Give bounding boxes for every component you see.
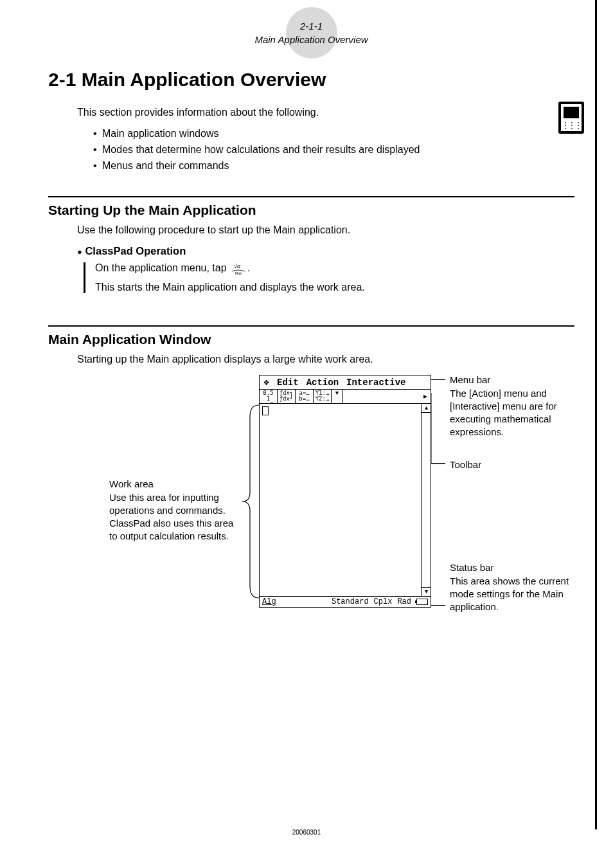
procedure-line2: This starts the Main application and dis… (95, 282, 574, 293)
scroll-up-icon[interactable]: ▴ (422, 404, 431, 413)
menu-edit[interactable]: Edit (275, 377, 301, 388)
main-app-icon: √αMain (229, 262, 247, 275)
tb-btn-dropdown-icon[interactable]: ▼ (332, 390, 343, 403)
intro-text: This section provides information about … (77, 107, 574, 118)
callout-title: Menu bar (450, 374, 588, 386)
status-standard[interactable]: Standard (332, 597, 369, 606)
scroll-track[interactable] (422, 413, 431, 587)
sub-head-label: ClassPad Operation (85, 245, 186, 257)
section-rule (48, 325, 574, 327)
callout-work-area: Work area Use this area for inputting op… (109, 478, 241, 543)
tb-btn-decimal[interactable]: 0.5 1 ←►2 (260, 390, 278, 403)
page-header-title: Main Application Overview (228, 33, 395, 46)
tb-btn-assign[interactable]: a=… b=… (296, 390, 314, 403)
left-brace (241, 404, 260, 600)
callout-body: The [Action] menu and [Interactive] menu… (450, 387, 588, 439)
leader-status-line (431, 566, 447, 606)
callout-toolbar: Toolbar (450, 458, 578, 471)
status-rad[interactable]: Rad (397, 597, 411, 606)
classpad-operation-head: ● ClassPad Operation (77, 245, 574, 257)
menu-action[interactable]: Action (305, 377, 341, 388)
section-rule (48, 196, 574, 197)
callout-title: Status bar (450, 561, 591, 574)
status-cplx[interactable]: Cplx (374, 597, 393, 606)
calc-work-area[interactable]: ▴ ▾ (260, 404, 431, 597)
section2-body: Starting up the Main application display… (77, 354, 574, 365)
calc-toolbar: 0.5 1 ←►2 ƒdx┐ ƒdx┘ a=… b=… Y1:… Y2:… ▼ … (260, 390, 431, 404)
status-alg[interactable]: Alg (262, 597, 276, 606)
h1-title: 2-1 Main Application Overview (48, 69, 574, 91)
menu-interactive[interactable]: Interactive (344, 377, 407, 388)
calc-scrollbar[interactable]: ▴ ▾ (422, 404, 431, 596)
svg-text:√α: √α (234, 263, 241, 269)
bullet-item: Main application windows (93, 126, 574, 142)
input-cursor (262, 406, 269, 415)
callout-body: This area shows the current mode setting… (450, 575, 591, 614)
calc-menubar[interactable]: ❖ Edit Action Interactive (260, 375, 431, 390)
proc-text-b: . (247, 263, 250, 274)
section2-heading: Main Application Window (48, 332, 574, 347)
window-diagram: Work area Use this area for inputting op… (48, 375, 574, 645)
menu-logo-icon[interactable]: ❖ (262, 376, 271, 388)
callout-menubar: Menu bar The [Action] menu and [Interact… (450, 374, 588, 439)
section1-body: Use the following procedure to start up … (77, 224, 574, 236)
work-main[interactable] (260, 404, 422, 596)
calculator-screenshot: ❖ Edit Action Interactive 0.5 1 ←►2 ƒdx┐… (259, 375, 431, 613)
leader-toolbar-line (431, 393, 447, 467)
calc-statusbar: Alg Standard Cplx Rad (260, 597, 431, 607)
bullet-item: Modes that determine how calculations an… (93, 142, 574, 158)
callout-statusbar: Status bar This area shows the current m… (450, 561, 591, 613)
tb-btn-graph[interactable]: Y1:… Y2:… (314, 390, 332, 403)
callout-title: Work area (109, 478, 241, 491)
bullet-item: Menus and their commands (93, 158, 574, 174)
page-footer-date: 20060301 (0, 829, 613, 836)
section1-heading: Starting Up the Main Application (48, 203, 574, 218)
callout-title: Toolbar (450, 458, 578, 471)
page-ref: 2-1-1 (228, 19, 395, 33)
intro-bullets: Main application windows Modes that dete… (93, 126, 574, 174)
page-header-bubble: 2-1-1 Main Application Overview (228, 19, 395, 46)
battery-icon (416, 599, 428, 605)
scroll-down-icon[interactable]: ▾ (422, 587, 431, 596)
tb-scroll-right-icon[interactable]: ▸ (420, 390, 431, 403)
procedure-block: On the application menu, tap √αMain. Thi… (84, 262, 574, 293)
procedure-line1: On the application menu, tap √αMain. (95, 262, 574, 275)
callout-body: Use this area for inputting operations a… (109, 491, 241, 543)
svg-text:Main: Main (235, 271, 242, 275)
tb-btn-integral[interactable]: ƒdx┐ ƒdx┘ (278, 390, 296, 403)
proc-text-a: On the application menu, tap (95, 263, 229, 274)
